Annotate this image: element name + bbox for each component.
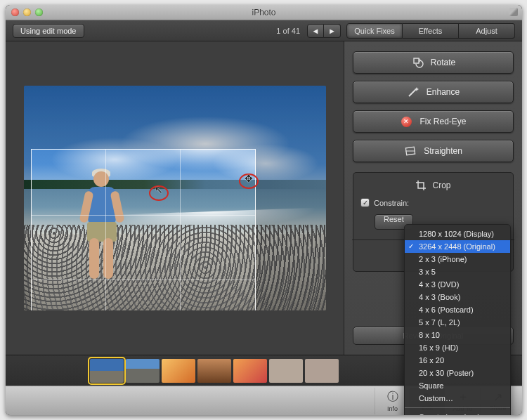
dropdown-item[interactable]: 5 x 7 (L, 2L): [405, 316, 510, 329]
top-strip: Using edit mode 1 of 41 ◄ ► Quick Fixes …: [6, 20, 522, 41]
thumbnail[interactable]: [90, 359, 124, 383]
rotate-label: Rotate: [431, 58, 455, 67]
constrain-label: Constrain:: [374, 199, 409, 207]
dropdown-item-constrain-landscape[interactable]: Constrain as landscape: [405, 411, 510, 415]
thumbnail[interactable]: [305, 359, 339, 383]
thumbnail[interactable]: [233, 359, 267, 383]
crop-title-row: Crop: [360, 180, 506, 191]
dropdown-item[interactable]: 3264 x 2448 (Original): [405, 240, 510, 253]
tab-effects[interactable]: Effects: [403, 23, 459, 39]
dropdown-item[interactable]: 20 x 30 (Poster): [405, 367, 510, 379]
edit-mode-chip[interactable]: Using edit mode: [13, 24, 84, 38]
edit-mode-label: Using edit mode: [20, 27, 77, 35]
dropdown-item[interactable]: Custom…: [405, 392, 510, 405]
dropdown-item[interactable]: 1280 x 1024 (Display): [405, 228, 510, 240]
straighten-button[interactable]: Straighten: [353, 140, 514, 162]
window-controls: [11, 8, 43, 16]
photo-counter: 1 of 41: [276, 27, 300, 35]
straighten-icon: [404, 145, 417, 157]
dropdown-item[interactable]: 16 x 9 (HD): [405, 341, 510, 354]
info-label: Info: [387, 405, 398, 412]
prev-photo-button[interactable]: ◄: [307, 24, 324, 38]
edit-tabs: Quick Fixes Effects Adjust: [346, 23, 515, 39]
app-window: iPhoto Using edit mode 1 of 41 ◄ ► Quick…: [6, 5, 522, 415]
dropdown-item[interactable]: 4 x 3 (Book): [405, 291, 510, 303]
photo-canvas[interactable]: ↖ ✥ ✥: [24, 86, 326, 310]
dropdown-item[interactable]: Square: [405, 379, 510, 392]
crop-icon: [415, 180, 427, 191]
reset-label: Reset: [384, 215, 404, 223]
redeye-icon: ✕: [400, 115, 412, 128]
photo-viewer: ↖ ✥ ✥: [6, 41, 344, 355]
constrain-dropdown[interactable]: 1280 x 1024 (Display)3264 x 2448 (Origin…: [404, 224, 511, 415]
crop-selection[interactable]: [31, 149, 256, 310]
tab-adjust[interactable]: Adjust: [459, 23, 515, 39]
redeye-label: Fix Red-Eye: [419, 117, 466, 126]
wand-icon: [407, 86, 419, 98]
straighten-label: Straighten: [424, 146, 462, 156]
move-cursor-icon: ↖: [155, 184, 163, 195]
zoom-window-button[interactable]: [35, 8, 43, 16]
thumbnail[interactable]: [126, 359, 160, 383]
thumbnail[interactable]: [269, 359, 303, 383]
enhance-label: Enhance: [427, 87, 460, 97]
fix-redeye-button[interactable]: ✕ Fix Red-Eye: [353, 110, 514, 133]
crop-label: Crop: [432, 181, 450, 190]
enhance-button[interactable]: Enhance: [353, 81, 514, 103]
dropdown-item[interactable]: 16 x 20: [405, 354, 510, 367]
dropdown-item[interactable]: 4 x 6 (Postcard): [405, 303, 510, 316]
dropdown-item[interactable]: 3 x 5: [405, 265, 510, 278]
next-photo-button[interactable]: ►: [324, 24, 341, 38]
strip-right: 1 of 41 ◄ ► Quick Fixes Effects Adjust: [276, 23, 515, 39]
tab-quick-fixes[interactable]: Quick Fixes: [346, 23, 403, 39]
thumbnail[interactable]: [197, 359, 231, 383]
nav-pair: ◄ ►: [307, 24, 341, 38]
minimize-window-button[interactable]: [23, 8, 31, 16]
resize-cursor-icon: ✥: [245, 173, 253, 184]
window-title: iPhoto: [252, 8, 275, 18]
rotate-icon: [411, 56, 424, 69]
dropdown-item[interactable]: 8 x 10: [405, 329, 510, 341]
info-icon: ⓘ: [387, 390, 398, 405]
dropdown-separator: [405, 407, 510, 408]
titlebar[interactable]: iPhoto: [6, 5, 522, 20]
dropdown-item[interactable]: 2 x 3 (iPhone): [405, 253, 510, 265]
constrain-row: ✓ Constrain:: [360, 198, 506, 207]
close-window-button[interactable]: [11, 8, 19, 16]
constrain-checkbox[interactable]: ✓: [360, 198, 370, 207]
rotate-button[interactable]: Rotate: [353, 51, 514, 74]
thumbnail[interactable]: [162, 359, 195, 383]
dropdown-item[interactable]: 4 x 3 (DVD): [405, 278, 510, 291]
fullscreen-button[interactable]: [509, 8, 518, 16]
